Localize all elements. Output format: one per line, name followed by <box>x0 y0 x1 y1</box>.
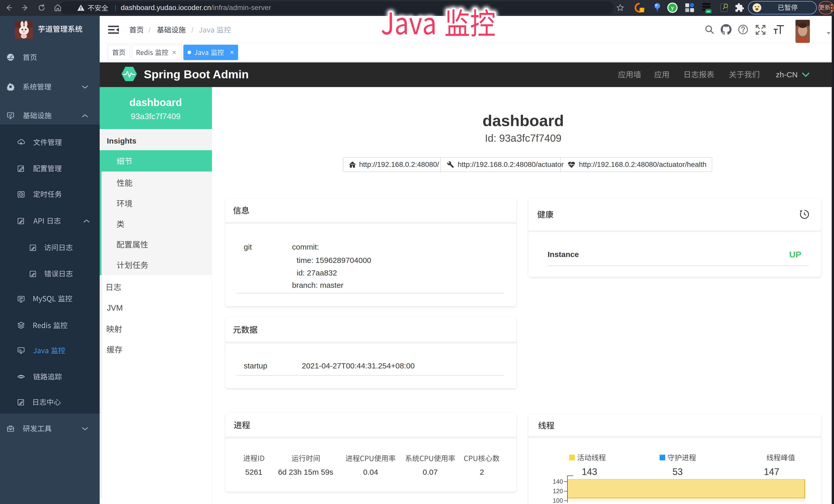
svg-text:y: y <box>671 5 674 10</box>
svg-text:1: 1 <box>641 8 643 12</box>
svg-text:on: on <box>707 10 710 13</box>
